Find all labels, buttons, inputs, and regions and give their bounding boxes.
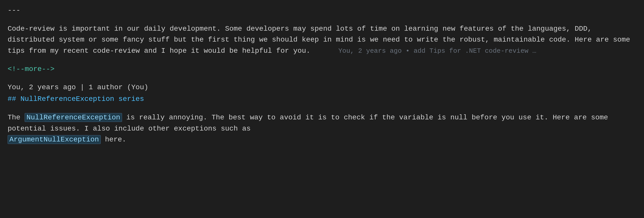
- code-null-reference-exception: NullReferenceException: [25, 113, 122, 122]
- paragraph-null-reference: The NullReferenceException is really ann…: [8, 112, 636, 145]
- section-heading: ## NullReferenceException series: [8, 94, 636, 104]
- paragraph-code-review: Code-review is important in our daily de…: [8, 23, 636, 56]
- code-argument-null-exception: ArgumentNullException: [8, 135, 101, 144]
- comment-tag: <!--more-->: [8, 64, 636, 75]
- separator: ---: [8, 5, 636, 16]
- text-before-code1: The: [8, 114, 25, 121]
- git-info-code-review: You, 2 years ago • add Tips for .NET cod…: [315, 47, 536, 55]
- text-after-code2: here.: [101, 136, 126, 143]
- file-meta: You, 2 years ago | 1 author (You): [8, 82, 636, 93]
